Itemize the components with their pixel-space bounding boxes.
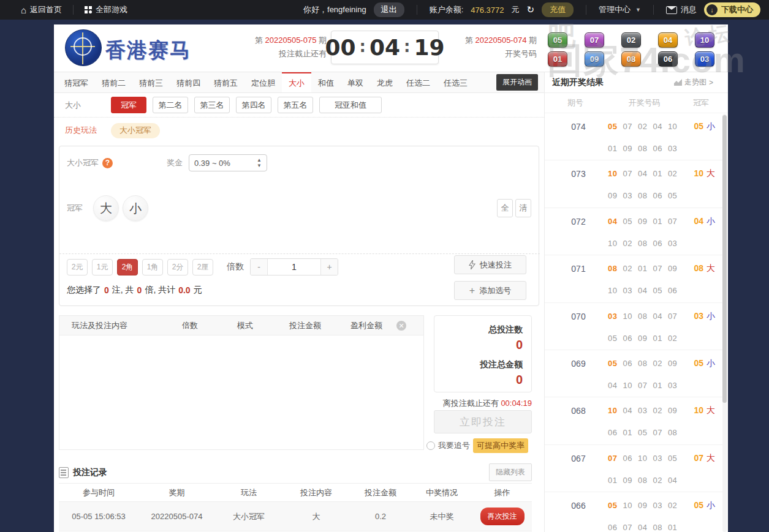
hide-list-button[interactable]: 隐藏列表 (489, 463, 532, 481)
quick-bet-button[interactable]: 快速投注 (454, 255, 526, 274)
clear-button[interactable]: 清 (515, 199, 531, 217)
minus-button[interactable]: - (251, 259, 267, 275)
chase-label[interactable]: 我要追号 (438, 440, 470, 451)
plus-button[interactable]: + (321, 259, 338, 275)
nav-tab-定位胆[interactable]: 定位胆 (244, 72, 282, 92)
subtab-冠亚和值[interactable]: 冠亚和值 (319, 97, 382, 113)
result-numbers-line1: 0802010709 (608, 264, 677, 273)
add-selection-button[interactable]: + 添加选号 (454, 281, 526, 300)
select-all-button[interactable]: 全 (497, 199, 513, 217)
refresh-icon[interactable]: ↻ (527, 4, 535, 15)
subtab-冠军[interactable]: 冠军 (111, 97, 146, 113)
current-issue-block: 第 20220505-075 期 投注截止还有 (241, 34, 327, 61)
record-time: 05-05 15:06:53 (59, 512, 138, 521)
stake-1角[interactable]: 1角 (142, 259, 163, 275)
nav-tab-猜前二[interactable]: 猜前二 (95, 72, 132, 92)
stake-2角[interactable]: 2角 (117, 259, 138, 275)
nav-tab-猜前三[interactable]: 猜前三 (132, 72, 170, 92)
history-play-link[interactable]: 历史玩法 (54, 125, 111, 136)
subtab-第四名[interactable]: 第四名 (236, 97, 271, 113)
result-number: 09 (638, 217, 647, 226)
bet-col-模式: 模式 (225, 320, 277, 331)
result-numbers-line1: 0706100305 (608, 454, 677, 463)
result-number: 04 (608, 217, 617, 226)
nav-tab-任选二[interactable]: 任选二 (400, 72, 437, 92)
record-title: 投注记录 (73, 467, 107, 478)
result-number: 06 (623, 454, 632, 463)
bonus-select[interactable]: 0.39 ~ 0% ▲▼ (189, 154, 267, 171)
result-number: 09 (668, 406, 677, 415)
champion-bigsmall: 大 (706, 263, 715, 274)
record-col-奖期: 奖期 (138, 487, 215, 498)
stake-2元[interactable]: 2元 (67, 259, 88, 275)
option-小[interactable]: 小 (123, 195, 148, 221)
nav-tab-猜前五[interactable]: 猜前五 (207, 72, 244, 92)
close-icon[interactable]: ✕ (396, 321, 406, 331)
result-number: 08 (638, 239, 647, 248)
result-champion: 04小 (694, 216, 715, 227)
result-champion: 10大 (694, 405, 715, 416)
balance-unit: 元 (512, 4, 520, 15)
champion-col-header: 冠军 (683, 97, 719, 108)
nav-tab-单双[interactable]: 单双 (341, 72, 370, 92)
champion-number: 08 (694, 263, 703, 274)
result-number: 03 (668, 239, 677, 248)
scrollbar-thumb[interactable] (722, 115, 727, 403)
subtab-第五名[interactable]: 第五名 (278, 97, 313, 113)
nav-tab-猜冠军[interactable]: 猜冠军 (58, 72, 95, 92)
result-number: 01 (653, 217, 662, 226)
stake-2分[interactable]: 2分 (167, 259, 188, 275)
help-icon[interactable]: ? (102, 158, 113, 168)
history-tag[interactable]: 大小冠军 (111, 123, 160, 138)
nav-tab-任选三[interactable]: 任选三 (437, 72, 474, 92)
record-action-cell: 再次投注 (472, 508, 532, 525)
stake-2厘[interactable]: 2厘 (192, 259, 213, 275)
record-table: 参与时间奖期玩法投注内容投注金额中奖情况操作 05-05 15:06:53202… (59, 483, 532, 531)
topbar-left: ⌂ 返回首页 全部游戏 (0, 4, 127, 15)
chase-badge: 可提高中奖率 (473, 438, 528, 453)
record-amount: 0.2 (350, 512, 411, 521)
result-row: 0740507020410010908060305小 (545, 113, 724, 160)
numbers-col-header: 开奖号码 (606, 97, 683, 108)
result-champion: 03小 (694, 311, 715, 322)
subtab-第三名[interactable]: 第三名 (194, 97, 230, 113)
result-row: 0660510090302060704080105小 (545, 492, 724, 532)
result-number: 07 (653, 428, 662, 437)
bet-again-button[interactable]: 再次投注 (480, 508, 525, 525)
nav-tab-大小[interactable]: 大小 (282, 72, 311, 92)
nav-tab-和值[interactable]: 和值 (311, 72, 341, 92)
draw-ball-10: 10 (695, 32, 714, 48)
logout-button[interactable]: 退出 (374, 2, 404, 17)
game-title: 香港赛马 (105, 37, 191, 64)
stake-1元[interactable]: 1元 (92, 259, 113, 275)
expand-animation-button[interactable]: 展开动画 (496, 74, 538, 91)
bet-summary-box: 总投注数 0 投注总金额 0 (434, 315, 532, 392)
chase-radio[interactable] (426, 441, 435, 450)
countdown-timer: 00 : 04 : 19 (331, 31, 439, 64)
table-row: 05-05 15:06:5320220505-074大小冠军大0.2未中奖再次投… (59, 502, 532, 531)
result-number: 05 (608, 334, 617, 343)
result-numbers-line1: 1007040102 (608, 169, 677, 178)
bonus-value: 0.39 ~ 0% (194, 159, 230, 168)
divider (586, 5, 586, 15)
multiple-input[interactable] (267, 259, 321, 275)
admin-center-menu[interactable]: 管理中心 ▼ (599, 4, 641, 15)
result-numbers-line1: 0506080209 (608, 359, 677, 368)
messages-link[interactable]: 消息 (666, 4, 697, 15)
home-link[interactable]: ⌂ 返回首页 (21, 4, 62, 15)
position-subtabs: 大小 冠军第二名第三名第四名第五名冠亚和值 (54, 93, 544, 118)
subtab-第二名[interactable]: 第二名 (153, 97, 188, 113)
result-number: 08 (668, 428, 677, 437)
result-number: 08 (608, 264, 617, 273)
draw-ball-07: 07 (585, 32, 604, 48)
result-issue: 072 (563, 217, 594, 227)
nav-tab-猜前四[interactable]: 猜前四 (170, 72, 207, 92)
option-大[interactable]: 大 (93, 195, 119, 221)
download-center-button[interactable]: ↓ 下载中心 (704, 2, 760, 17)
topbar: ⌂ 返回首页 全部游戏 你好，fengfeining 退出 账户余额: 476.… (0, 0, 769, 20)
trend-chart-link[interactable]: 走势图 > (674, 77, 713, 88)
bet-now-button[interactable]: 立即投注 (434, 410, 532, 433)
all-games-link[interactable]: 全部游戏 (85, 4, 127, 15)
nav-tab-龙虎[interactable]: 龙虎 (370, 72, 400, 92)
recharge-button[interactable]: 充值 (542, 2, 574, 17)
